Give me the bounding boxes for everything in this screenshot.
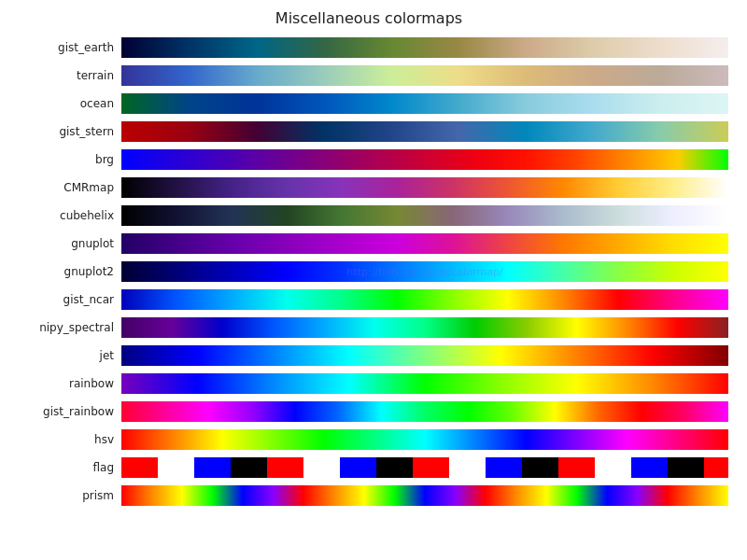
colormap-bar [121,233,728,254]
colormap-bar [121,373,728,394]
colormap-label: gist_stern [9,125,121,138]
colormap-label: hsv [9,433,121,446]
colormap-row: nipy_spectral [9,315,728,340]
colormap-row: gist_rainbow [9,399,728,424]
colormap-row: gist_stern [9,119,728,144]
colormap-label: cubehelix [9,209,121,222]
colormap-bar [121,289,728,310]
colormap-bar [121,177,728,198]
colormap-row: gnuplot [9,231,728,256]
colormap-bar [121,485,728,506]
colormap-row: ocean [9,91,728,116]
colormap-label: gnuplot2 [9,265,121,278]
colormap-bar: http://bids.github.io/colormap/ [121,261,728,282]
colormap-row: CMRmap [9,175,728,200]
colormap-label: gist_ncar [9,293,121,306]
colormap-label: gnuplot [9,237,121,250]
colormap-bar [121,429,728,450]
colormap-row: flag [9,455,728,480]
colormap-row: brg [9,147,728,172]
chart-title: Miscellaneous colormaps [9,9,728,27]
colormap-bar [121,121,728,142]
colormap-row: rainbow [9,371,728,396]
colormap-label: flag [9,461,121,474]
colormap-bar [121,345,728,366]
colormap-row: gist_ncar [9,287,728,312]
colormap-bar [121,93,728,114]
colormap-row: gnuplot2http://bids.github.io/colormap/ [9,259,728,284]
colormap-label: rainbow [9,377,121,390]
colormap-row: jet [9,343,728,368]
colormap-label: gist_earth [9,41,121,54]
colormap-row: cubehelix [9,203,728,228]
colormap-label: ocean [9,97,121,110]
colormap-label: brg [9,153,121,166]
colormap-list: gist_earthterrainoceangist_sternbrgCMRma… [9,35,728,508]
colormap-bar [121,149,728,170]
colormap-bar [121,401,728,422]
colormap-bar [121,37,728,58]
colormap-row: prism [9,483,728,508]
chart-container: Miscellaneous colormaps gist_earthterrai… [0,0,747,560]
colormap-row: hsv [9,427,728,452]
colormap-bar [121,65,728,86]
colormap-label: prism [9,489,121,502]
colormap-label: nipy_spectral [9,321,121,334]
colormap-row: gist_earth [9,35,728,60]
colormap-label: gist_rainbow [9,405,121,418]
colormap-bar [121,317,728,338]
colormap-label: jet [9,349,121,362]
colormap-label: terrain [9,69,121,82]
colormap-bar [121,457,728,478]
colormap-row: terrain [9,63,728,88]
watermark: http://bids.github.io/colormap/ [346,265,502,277]
colormap-bar [121,205,728,226]
colormap-label: CMRmap [9,181,121,194]
